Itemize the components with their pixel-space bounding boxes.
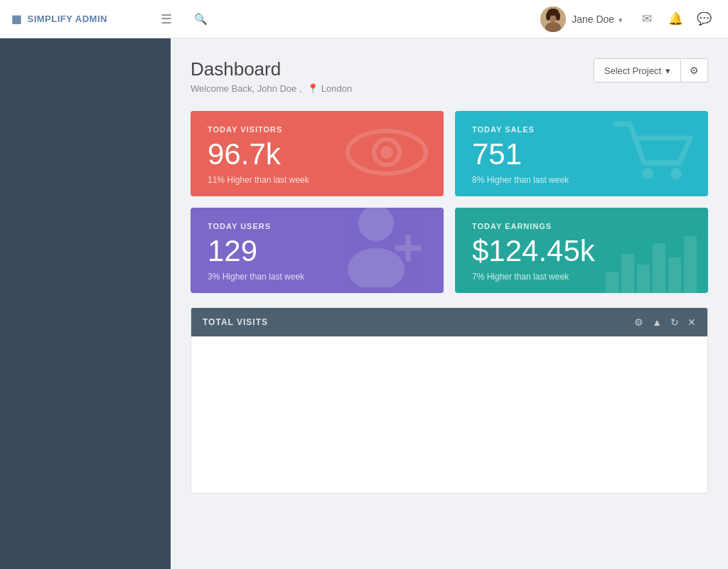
settings-button[interactable]: ⚙	[681, 58, 708, 83]
users-value: 129	[208, 235, 427, 267]
earnings-value: $124.45k	[472, 235, 691, 267]
bell-icon: 🔔	[668, 11, 683, 26]
visitors-value: 96.7k	[208, 138, 427, 171]
stat-card-visitors: TODAY VISITORS 96.7k 11% Higher than las…	[191, 111, 444, 196]
topnav-center: ☰ 🔍	[154, 6, 540, 32]
panel-title: TOTAL VISITS	[203, 317, 268, 327]
top-navbar: ▦ SIMPLIFY ADMIN ☰ 🔍	[0, 0, 728, 38]
topnav-action-icons: ✉ 🔔 💬	[634, 6, 717, 32]
location-pin: 📍	[307, 83, 318, 94]
panel-close-icon: ✕	[687, 317, 696, 328]
notifications-button[interactable]: 🔔	[663, 6, 688, 32]
main-content: Dashboard Welcome Back, John Doe , 📍 Lon…	[171, 38, 728, 569]
select-project-label: Select Project	[604, 65, 661, 76]
page-title: Dashboard	[191, 58, 352, 80]
topnav-right: Jane Doe ▾ ✉ 🔔 💬	[540, 6, 717, 32]
user-name-label: Jane Doe ▾	[572, 14, 623, 25]
page-title-section: Dashboard Welcome Back, John Doe , 📍 Lon…	[191, 58, 352, 94]
stat-cards: TODAY VISITORS 96.7k 11% Higher than las…	[191, 111, 708, 293]
mail-button[interactable]: ✉	[634, 6, 660, 32]
visitors-label: TODAY VISITORS	[208, 125, 427, 134]
users-change: 3% Higher than last week	[208, 272, 427, 282]
subtitle-text: Welcome Back, John Doe ,	[191, 83, 302, 94]
panel-header: TOTAL VISITS ⚙ ▲ ↻ ✕	[191, 308, 707, 336]
settings-gear-icon: ⚙	[690, 65, 699, 76]
stat-card-users: TODAY USERS 129 3% Higher than last week	[191, 208, 444, 293]
chat-button[interactable]: 💬	[691, 6, 717, 32]
panel-refresh-icon: ↻	[670, 317, 679, 328]
sales-change: 8% Higher than last week	[472, 175, 691, 185]
user-menu[interactable]: Jane Doe ▾	[540, 6, 623, 32]
sidebar	[0, 38, 171, 569]
panel-refresh-button[interactable]: ↻	[670, 317, 679, 328]
select-project-button[interactable]: Select Project ▾	[594, 58, 681, 83]
panel-close-button[interactable]: ✕	[687, 317, 696, 328]
panel-gear-button[interactable]: ⚙	[634, 317, 643, 328]
search-icon: 🔍	[194, 13, 208, 26]
sales-value: 751	[472, 138, 691, 171]
mail-icon: ✉	[642, 11, 652, 26]
panel-actions: ⚙ ▲ ↻ ✕	[634, 317, 696, 328]
brand-icon: ▦	[11, 13, 22, 26]
users-label: TODAY USERS	[208, 222, 427, 230]
panel-gear-icon: ⚙	[634, 317, 643, 328]
svg-point-6	[546, 12, 550, 21]
panel-body	[191, 336, 707, 493]
location-text: London	[321, 83, 352, 94]
menu-button[interactable]: ☰	[154, 6, 179, 32]
sales-label: TODAY SALES	[472, 125, 691, 134]
panel-up-icon: ▲	[652, 317, 662, 328]
avatar	[540, 6, 566, 32]
brand-name: SIMPLIFY ADMIN	[28, 14, 107, 24]
visitors-change: 11% Higher than last week	[208, 175, 427, 185]
total-visits-panel: TOTAL VISITS ⚙ ▲ ↻ ✕	[191, 307, 708, 494]
earnings-label: TODAY EARNINGS	[472, 222, 691, 230]
page-actions: Select Project ▾ ⚙	[594, 58, 708, 83]
select-project-caret: ▾	[665, 65, 670, 76]
stat-card-sales: TODAY SALES 751 8% Higher than last week	[455, 111, 708, 196]
stat-card-earnings: TODAY EARNINGS $124.45k 7% Higher than l…	[455, 208, 708, 293]
page-header: Dashboard Welcome Back, John Doe , 📍 Lon…	[191, 58, 708, 94]
user-dropdown-caret: ▾	[619, 16, 623, 24]
chat-icon: 💬	[697, 11, 712, 26]
earnings-change: 7% Higher than last week	[472, 272, 691, 282]
hamburger-icon: ☰	[161, 11, 172, 27]
brand-logo: ▦ SIMPLIFY ADMIN	[11, 13, 154, 26]
svg-point-7	[556, 12, 560, 21]
search-button[interactable]: 🔍	[188, 6, 213, 32]
panel-up-button[interactable]: ▲	[652, 317, 662, 328]
page-subtitle: Welcome Back, John Doe , 📍 London	[191, 83, 352, 94]
